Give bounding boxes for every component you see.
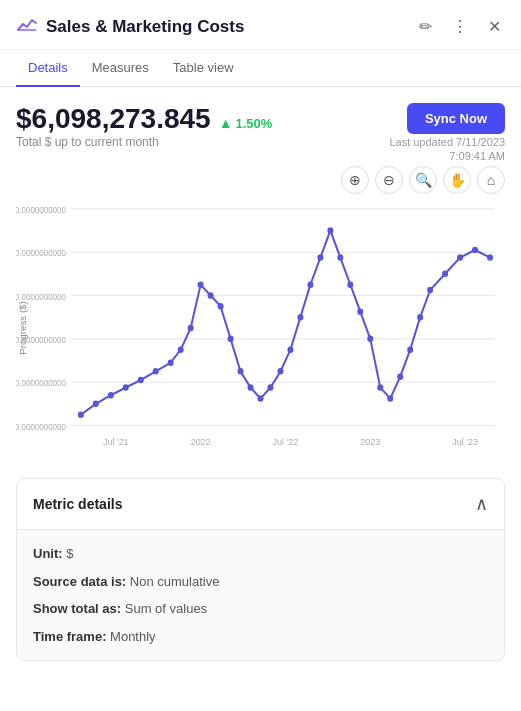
svg-point-48 xyxy=(397,374,403,381)
svg-point-36 xyxy=(277,368,283,375)
svg-point-52 xyxy=(442,271,448,278)
svg-point-43 xyxy=(347,281,353,288)
svg-point-19 xyxy=(78,411,84,418)
page-title: Sales & Marketing Costs xyxy=(46,17,415,37)
detail-source: Source data is: Non cumulative xyxy=(33,572,488,592)
sync-area: Sync Now Last updated 7/11/2023 7:09:41 … xyxy=(389,103,505,162)
svg-point-39 xyxy=(307,281,313,288)
svg-point-22 xyxy=(123,384,129,391)
svg-point-23 xyxy=(138,377,144,384)
svg-point-29 xyxy=(208,292,214,299)
svg-text:Progress ($): Progress ($) xyxy=(18,301,28,355)
metric-details-header[interactable]: Metric details ∧ xyxy=(17,479,504,530)
header-chart-icon xyxy=(16,14,38,39)
magnify-button[interactable]: 🔍 xyxy=(409,166,437,194)
svg-point-38 xyxy=(297,314,303,321)
svg-point-53 xyxy=(457,254,463,261)
svg-point-47 xyxy=(387,395,393,402)
svg-point-55 xyxy=(487,254,493,261)
svg-point-31 xyxy=(228,336,234,343)
svg-point-27 xyxy=(188,325,194,332)
detail-total-label: Show total as: xyxy=(33,601,125,616)
header-actions: ✏ ⋮ ✕ xyxy=(415,15,505,38)
metric-details-card: Metric details ∧ Unit: $ Source data is:… xyxy=(16,478,505,661)
svg-point-50 xyxy=(417,314,423,321)
svg-text:Jul '22: Jul '22 xyxy=(273,437,299,447)
svg-text:2023: 2023 xyxy=(360,437,380,447)
svg-point-28 xyxy=(198,281,204,288)
detail-timeframe-value: Monthly xyxy=(110,629,156,644)
detail-timeframe-label: Time frame: xyxy=(33,629,110,644)
svg-point-51 xyxy=(427,287,433,294)
svg-point-33 xyxy=(248,384,254,391)
detail-unit: Unit: $ xyxy=(33,544,488,564)
detail-source-value: Non cumulative xyxy=(130,574,220,589)
metric-value-area: $6,098,273.845 ▲ 1.50% Total $ up to cur… xyxy=(16,103,272,151)
svg-text:Jul '21: Jul '21 xyxy=(103,437,129,447)
detail-total-value: Sum of values xyxy=(125,601,207,616)
svg-text:2000000.0000000000: 2000000.0000000000 xyxy=(16,378,66,388)
svg-point-49 xyxy=(407,346,413,353)
header: Sales & Marketing Costs ✏ ⋮ ✕ xyxy=(0,0,521,50)
close-button[interactable]: ✕ xyxy=(484,15,505,38)
detail-timeframe: Time frame: Monthly xyxy=(33,627,488,647)
metric-value: $6,098,273.845 xyxy=(16,103,211,135)
svg-text:2022: 2022 xyxy=(191,437,211,447)
svg-point-20 xyxy=(93,401,99,408)
svg-text:10000000.0000000000: 10000000.0000000000 xyxy=(16,205,66,215)
last-updated-time: 7:09:41 AM xyxy=(389,150,505,162)
metric-details-title: Metric details xyxy=(33,496,122,512)
change-percent: 1.50% xyxy=(236,116,273,131)
last-updated-date: Last updated 7/11/2023 xyxy=(389,136,505,148)
metric-subtitle: Total $ up to current month xyxy=(16,135,272,149)
svg-point-41 xyxy=(327,227,333,234)
detail-source-label: Source data is: xyxy=(33,574,130,589)
chart-toolbar: ⊕ ⊖ 🔍 ✋ ⌂ xyxy=(16,166,505,194)
change-arrow-icon: ▲ xyxy=(219,115,233,131)
svg-point-44 xyxy=(357,309,363,316)
pan-button[interactable]: ✋ xyxy=(443,166,471,194)
detail-total: Show total as: Sum of values xyxy=(33,599,488,619)
zoom-in-button[interactable]: ⊕ xyxy=(341,166,369,194)
svg-point-26 xyxy=(178,346,184,353)
sync-now-button[interactable]: Sync Now xyxy=(407,103,505,134)
main-content: $6,098,273.845 ▲ 1.50% Total $ up to cur… xyxy=(0,87,521,677)
tab-measures[interactable]: Measures xyxy=(80,50,161,87)
svg-point-46 xyxy=(377,384,383,391)
svg-point-45 xyxy=(367,336,373,343)
svg-point-37 xyxy=(287,346,293,353)
zoom-out-button[interactable]: ⊖ xyxy=(375,166,403,194)
home-button[interactable]: ⌂ xyxy=(477,166,505,194)
svg-point-30 xyxy=(218,303,224,310)
metric-change: ▲ 1.50% xyxy=(219,115,273,131)
svg-point-35 xyxy=(267,384,273,391)
tab-details[interactable]: Details xyxy=(16,50,80,87)
svg-text:0.0000000000: 0.0000000000 xyxy=(16,422,66,432)
metric-details-body: Unit: $ Source data is: Non cumulative S… xyxy=(17,530,504,660)
detail-unit-value: $ xyxy=(66,546,73,561)
svg-point-54 xyxy=(472,247,478,254)
metric-header-row: $6,098,273.845 ▲ 1.50% Total $ up to cur… xyxy=(16,103,505,162)
svg-point-25 xyxy=(168,359,174,366)
chart-area: 10000000.0000000000 8000000.0000000000 6… xyxy=(16,198,505,458)
tabs-bar: Details Measures Table view xyxy=(0,50,521,87)
tab-table-view[interactable]: Table view xyxy=(161,50,246,87)
more-button[interactable]: ⋮ xyxy=(448,15,472,38)
svg-point-40 xyxy=(317,254,323,261)
svg-point-42 xyxy=(337,254,343,261)
svg-point-21 xyxy=(108,392,114,399)
svg-text:Jul '23: Jul '23 xyxy=(452,437,478,447)
chevron-up-icon: ∧ xyxy=(475,493,488,515)
svg-point-32 xyxy=(238,368,244,375)
svg-point-24 xyxy=(153,368,159,375)
edit-button[interactable]: ✏ xyxy=(415,15,436,38)
detail-unit-label: Unit: xyxy=(33,546,66,561)
svg-text:8000000.0000000000: 8000000.0000000000 xyxy=(16,248,66,258)
svg-point-34 xyxy=(258,395,264,402)
